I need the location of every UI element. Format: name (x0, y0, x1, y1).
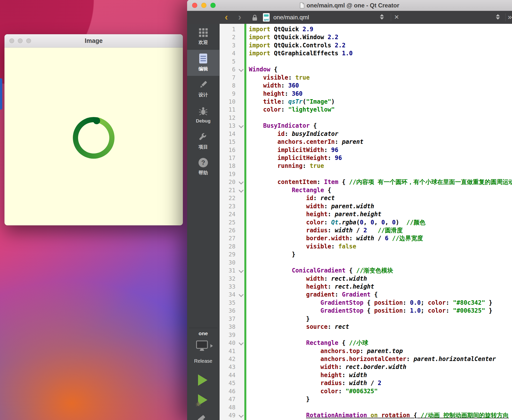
mode-debug[interactable]: Debug (187, 102, 219, 128)
mode-projects[interactable]: 项目 (187, 128, 219, 154)
code-text[interactable]: } (246, 250, 512, 258)
fold-column[interactable] (238, 339, 244, 347)
fold-chevron-icon[interactable] (239, 180, 244, 184)
code-text[interactable]: } (246, 315, 512, 323)
fold-column[interactable] (238, 65, 244, 73)
image-window-titlebar[interactable]: Image (4, 34, 183, 48)
code-text[interactable]: radius: width / 2 //圆滑度 (246, 226, 512, 234)
code-text[interactable]: height: rect.height (246, 283, 512, 291)
code-text[interactable]: id: busyIndicator (246, 130, 512, 138)
fold-column[interactable] (238, 267, 244, 274)
code-line[interactable]: 35 GradientStop { position: 0.0; color: … (220, 299, 512, 307)
code-text[interactable] (246, 403, 512, 411)
code-line[interactable]: 13 BusyIndicator { (220, 122, 512, 130)
code-line[interactable]: 43 width: rect.border.width (220, 363, 512, 371)
mode-edit[interactable]: 编辑 (187, 50, 219, 76)
fold-column[interactable] (238, 122, 244, 130)
mode-design[interactable]: 设计 (187, 76, 219, 102)
code-line[interactable]: 17 implicitHeight: 96 (220, 154, 512, 162)
code-line[interactable]: 29 } (220, 250, 512, 258)
kit-build-config[interactable]: Release (187, 358, 219, 364)
code-text[interactable]: implicitHeight: 96 (246, 154, 512, 162)
code-text[interactable]: title: qsTr("Image") (246, 98, 512, 106)
code-text[interactable]: width: 360 (246, 82, 512, 90)
code-line[interactable]: 19 (220, 170, 512, 178)
code-line[interactable]: 15 anchors.centerIn: parent (220, 138, 512, 146)
fold-chevron-icon[interactable] (239, 292, 244, 297)
code-text[interactable]: Window { (246, 65, 512, 73)
code-text[interactable]: import QtQuick.Controls 2.2 (246, 41, 512, 49)
code-text[interactable]: visible: true (246, 74, 512, 82)
code-text[interactable]: border.width: width / 6 //边界宽度 (246, 234, 512, 242)
code-text[interactable]: running: true (246, 162, 512, 170)
code-text[interactable]: height: 360 (246, 90, 512, 98)
code-text[interactable]: import QtQuick 2.9 (246, 25, 512, 33)
code-text[interactable] (246, 58, 512, 65)
code-text[interactable]: } (246, 395, 512, 403)
code-line[interactable]: 27 border.width: width / 6 //边界宽度 (220, 234, 512, 242)
code-text[interactable] (246, 170, 512, 178)
code-line[interactable]: 47 } (220, 395, 512, 403)
code-line[interactable]: 3import QtQuick.Controls 2.2 (220, 41, 512, 49)
code-text[interactable]: Rectangle { (246, 186, 512, 194)
code-line[interactable]: 20 contentItem: Item { //内容项 有一个圆环，有个小球在… (220, 178, 512, 186)
code-text[interactable] (246, 331, 512, 339)
code-text[interactable]: anchors.horizontalCenter: parent.horizon… (246, 355, 512, 363)
code-line[interactable]: 44 height: width (220, 371, 512, 379)
code-line[interactable]: 10 title: qsTr("Image") (220, 98, 512, 106)
code-text[interactable]: width: parent.width (246, 202, 512, 210)
code-line[interactable]: 36 GradientStop { position: 1.0; color: … (220, 307, 512, 315)
forward-arrow-icon[interactable]: › (238, 11, 241, 24)
qt-creator-window[interactable]: one/main.qml @ one - Qt Creator ‹ › qml … (187, 0, 512, 420)
qt-titlebar[interactable]: one/main.qml @ one - Qt Creator (187, 0, 512, 11)
code-line[interactable]: 7 visible: true (220, 74, 512, 82)
document-dropdown-icon[interactable] (380, 14, 384, 20)
code-text[interactable]: color: "lightyellow" (246, 106, 512, 114)
kit-expand-arrow-icon[interactable] (210, 344, 213, 348)
code-line[interactable]: 49 RotationAnimation on rotation { //动画 … (220, 411, 512, 419)
code-line[interactable]: 34 gradient: Gradient { (220, 291, 512, 299)
code-line[interactable]: 30 (220, 259, 512, 267)
code-line[interactable]: 42 anchors.horizontalCenter: parent.hori… (220, 355, 512, 363)
back-arrow-icon[interactable]: ‹ (225, 11, 228, 24)
code-line[interactable]: 22 id: rect (220, 194, 512, 202)
fold-column[interactable] (238, 178, 244, 186)
code-text[interactable]: color: "#006325" (246, 387, 512, 395)
code-line[interactable]: 33 height: rect.height (220, 283, 512, 291)
code-text[interactable]: height: parent.height (246, 210, 512, 218)
code-line[interactable]: 14 id: busyIndicator (220, 130, 512, 138)
fold-chevron-icon[interactable] (239, 413, 244, 418)
close-window-icon[interactable] (9, 38, 14, 43)
code-text[interactable]: implicitWidth: 96 (246, 146, 512, 154)
code-text[interactable]: anchors.top: parent.top (246, 347, 512, 355)
fold-chevron-icon[interactable] (239, 188, 244, 193)
code-line[interactable]: 6Window { (220, 65, 512, 73)
minimize-window-icon[interactable] (18, 38, 23, 43)
code-line[interactable]: 18 running: true (220, 162, 512, 170)
code-text[interactable] (246, 259, 512, 267)
code-line[interactable]: 21 Rectangle { (220, 186, 512, 194)
code-line[interactable]: 38 source: rect (220, 323, 512, 331)
code-text[interactable]: GradientStop { position: 1.0; color: "#0… (246, 307, 512, 315)
code-text[interactable]: height: width (246, 371, 512, 379)
code-text[interactable]: BusyIndicator { (246, 122, 512, 130)
code-editor[interactable]: 1import QtQuick 2.92import QtQuick.Windo… (220, 24, 512, 420)
code-text[interactable]: import QtGraphicalEffects 1.0 (246, 49, 512, 57)
run-button[interactable] (198, 374, 207, 386)
split-dropdown-icon[interactable] (496, 14, 500, 20)
fold-chevron-icon[interactable] (239, 340, 244, 345)
fold-chevron-icon[interactable] (239, 67, 244, 72)
code-line[interactable]: 40 Rectangle { //小球 (220, 339, 512, 347)
code-text[interactable]: radius: width / 2 (246, 379, 512, 387)
minimize-window-icon[interactable] (201, 3, 206, 8)
code-text[interactable]: GradientStop { position: 0.0; color: "#8… (246, 299, 512, 307)
fold-chevron-icon[interactable] (239, 123, 244, 128)
code-line[interactable]: 12 (220, 114, 512, 122)
code-line[interactable]: 28 visible: false (220, 242, 512, 250)
kit-project-name[interactable]: one (187, 330, 219, 336)
fold-column[interactable] (238, 186, 244, 194)
code-text[interactable]: width: rect.border.width (246, 363, 512, 371)
mode-help[interactable]: ? 帮助 (187, 154, 219, 180)
code-line[interactable]: 31 ConicalGradient { //渐变色模块 (220, 267, 512, 274)
code-text[interactable]: width: rect.width (246, 275, 512, 283)
